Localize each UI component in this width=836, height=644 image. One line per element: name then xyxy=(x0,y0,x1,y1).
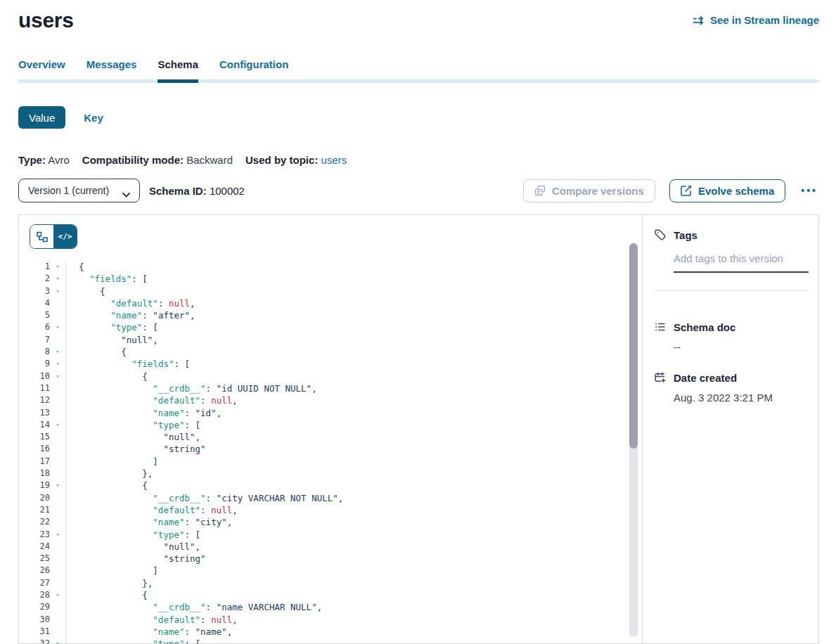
code-text: "__crdb__": "city VARCHAR NOT NULL", xyxy=(65,492,642,504)
schema-id: Schema ID: 100002 xyxy=(149,185,245,197)
code-text: ] xyxy=(65,565,642,577)
code-line: 32▾"type": [ xyxy=(19,638,642,644)
collapse-toggle-icon[interactable]: ▾ xyxy=(50,285,65,297)
version-bar: Version 1 (current) Schema ID: 100002 xyxy=(18,179,819,202)
meta-value: Backward xyxy=(184,154,233,166)
collapse-toggle-icon[interactable]: ▾ xyxy=(50,321,65,333)
tab-configuration[interactable]: Configuration xyxy=(219,58,288,83)
line-number: 31 xyxy=(19,626,50,638)
key-tab-link[interactable]: Key xyxy=(84,112,103,124)
code-line: 26] xyxy=(19,565,642,577)
line-number: 26 xyxy=(19,565,50,577)
code-text: }, xyxy=(65,577,642,589)
code-view-button[interactable]: </> xyxy=(53,225,77,248)
code-text: "default": null, xyxy=(65,297,642,309)
code-line: 15"null", xyxy=(19,431,642,443)
line-number: 32 xyxy=(19,638,50,644)
tree-view-button[interactable] xyxy=(30,225,53,248)
line-number: 2 xyxy=(19,273,50,285)
code-line: 24"null", xyxy=(19,541,642,553)
schema-code-editor: 1▾{2▾"fields": [3▾{4"default": null,5"na… xyxy=(19,261,642,644)
collapse-toggle-icon[interactable]: ▾ xyxy=(50,589,65,601)
line-number: 22 xyxy=(19,516,50,528)
evolve-schema-button[interactable]: Evolve schema xyxy=(669,179,785,202)
code-line: 10▾{ xyxy=(19,371,642,382)
scrollbar-thumb[interactable] xyxy=(629,243,638,449)
stream-lineage-icon xyxy=(693,15,705,25)
see-in-stream-lineage-link[interactable]: See in Stream lineage xyxy=(693,14,819,26)
schema-id-label: Schema ID: xyxy=(149,185,207,197)
code-text: "null", xyxy=(65,541,642,553)
collapse-toggle-icon[interactable]: ▾ xyxy=(50,371,65,382)
schema-sidebar: Tags Schema doc -- xyxy=(643,215,818,643)
scrollbar[interactable] xyxy=(629,243,638,637)
schema-doc-header: Schema doc xyxy=(654,321,809,333)
schema-doc-title: Schema doc xyxy=(674,321,735,333)
line-number: 11 xyxy=(19,382,50,394)
version-select[interactable]: Version 1 (current) xyxy=(18,179,140,202)
tree-view-icon xyxy=(37,231,48,243)
code-line: 23▾"type": [ xyxy=(19,529,642,541)
tab-schema[interactable]: Schema xyxy=(157,58,198,83)
code-text: ] xyxy=(65,456,642,468)
collapse-toggle-icon[interactable]: ▾ xyxy=(50,273,65,285)
page-title: users xyxy=(18,8,74,32)
line-number: 25 xyxy=(19,553,50,565)
code-text: "default": null, xyxy=(65,504,642,516)
code-text: "type": [ xyxy=(65,638,642,644)
schema-code-pane: </> 1▾{2▾"fields": [3▾{4"default": null,… xyxy=(19,215,643,643)
line-number: 15 xyxy=(19,431,50,443)
line-number: 17 xyxy=(19,456,50,468)
code-line: 9▾"fields": [ xyxy=(19,358,642,370)
code-line: 31"name": "name", xyxy=(19,626,642,638)
code-line: 1▾{ xyxy=(19,261,642,273)
code-text: { xyxy=(65,285,642,297)
line-number: 5 xyxy=(19,309,50,321)
line-number: 20 xyxy=(19,492,50,504)
code-text: "fields": [ xyxy=(65,358,642,370)
code-text: "name": "id", xyxy=(65,407,642,419)
collapse-toggle-icon[interactable]: ▾ xyxy=(50,529,65,541)
line-number: 10 xyxy=(19,371,50,382)
code-line: 14▾"type": [ xyxy=(19,419,642,431)
code-text: "name": "city", xyxy=(65,516,642,528)
code-text: "type": [ xyxy=(65,529,642,541)
code-line: 20"__crdb__": "city VARCHAR NOT NULL", xyxy=(19,492,642,504)
used-by-topic-link[interactable]: users xyxy=(318,154,347,166)
more-actions-button[interactable]: ••• xyxy=(799,182,819,199)
tab-messages[interactable]: Messages xyxy=(86,58,137,83)
line-number: 13 xyxy=(19,407,50,419)
code-line: 27}, xyxy=(19,577,642,589)
collapse-toggle-icon[interactable]: ▾ xyxy=(50,346,65,358)
line-number: 23 xyxy=(19,529,50,541)
compare-icon xyxy=(534,185,546,196)
collapse-toggle-icon[interactable]: ▾ xyxy=(50,358,65,370)
version-select-value: Version 1 (current) xyxy=(28,185,109,196)
page-header: users See in Stream lineage xyxy=(0,0,836,32)
collapse-toggle-icon[interactable]: ▾ xyxy=(50,479,65,491)
line-number: 6 xyxy=(19,321,50,333)
compare-versions-button[interactable]: Compare versions xyxy=(523,179,655,202)
line-number: 14 xyxy=(19,419,50,431)
code-text: "fields": [ xyxy=(65,273,642,285)
schema-part-toggle: Value Key xyxy=(18,106,836,129)
line-number: 9 xyxy=(19,358,50,370)
code-text: { xyxy=(65,261,642,273)
collapse-toggle-icon[interactable]: ▾ xyxy=(50,638,65,644)
tab-overview[interactable]: Overview xyxy=(18,58,65,83)
line-number: 7 xyxy=(19,334,50,346)
line-number: 24 xyxy=(19,541,50,553)
line-number: 21 xyxy=(19,504,50,516)
schema-meta-row: Type: AvroCompatibility mode: BackwardUs… xyxy=(18,154,836,166)
schema-id-value: 100002 xyxy=(210,185,245,197)
tags-title: Tags xyxy=(674,229,697,241)
collapse-toggle-icon[interactable]: ▾ xyxy=(50,419,65,431)
value-tab-button[interactable]: Value xyxy=(18,106,65,129)
line-number: 4 xyxy=(19,297,50,309)
collapse-toggle-icon[interactable]: ▾ xyxy=(50,261,65,273)
code-text: "null", xyxy=(65,334,642,346)
add-tags-input[interactable] xyxy=(674,250,809,273)
compare-versions-label: Compare versions xyxy=(552,185,644,197)
line-number: 3 xyxy=(19,285,50,297)
code-line: 13"name": "id", xyxy=(19,407,642,419)
